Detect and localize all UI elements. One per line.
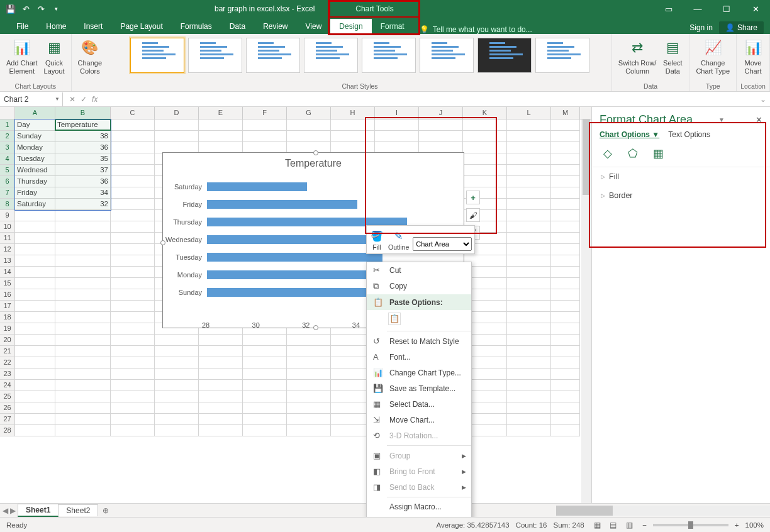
ribbon-display-icon[interactable]: ▭ (654, 0, 683, 18)
tab-home[interactable]: Home (37, 19, 75, 34)
cell-L23[interactable] (507, 369, 551, 380)
cell-A8[interactable]: Saturday (15, 199, 55, 210)
cell-A5[interactable]: Wednesd (15, 165, 55, 176)
cell-L6[interactable] (507, 176, 551, 187)
cell-K2[interactable] (463, 131, 507, 142)
cell-A14[interactable] (15, 267, 55, 278)
cell-M24[interactable] (551, 380, 580, 391)
cell-E20[interactable] (199, 335, 243, 346)
horizontal-scrollbar[interactable] (556, 506, 770, 516)
cell-C27[interactable] (111, 414, 155, 425)
chart-bar[interactable] (207, 200, 357, 209)
cell-M16[interactable] (551, 289, 580, 301)
column-header-K[interactable]: K (463, 107, 507, 119)
cell-A17[interactable] (15, 301, 55, 312)
row-header-3[interactable]: 3 (0, 142, 15, 153)
tab-insert[interactable]: Insert (75, 19, 111, 34)
cell-B3[interactable]: 36 (55, 142, 111, 153)
row-header-2[interactable]: 2 (0, 131, 15, 142)
cell-A4[interactable]: Tuesday (15, 153, 55, 165)
chart-style-7[interactable] (477, 38, 532, 73)
column-header-C[interactable]: C (111, 107, 155, 119)
fx-icon[interactable]: fx (92, 95, 98, 104)
row-header-8[interactable]: 8 (0, 199, 15, 210)
qat-customize-icon[interactable]: ▾ (50, 3, 62, 14)
cell-L14[interactable] (507, 267, 551, 278)
row-header-5[interactable]: 5 (0, 165, 15, 176)
cell-C13[interactable] (111, 255, 155, 267)
effects-category-icon[interactable]: ⬠ (626, 147, 640, 160)
sign-in-link[interactable]: Sign in (689, 23, 713, 32)
text-options-tab[interactable]: Text Options (668, 130, 710, 139)
sheet-tab-2[interactable]: Sheet2 (58, 504, 98, 516)
select-data-button[interactable]: ▤ Select Data (660, 36, 685, 76)
new-sheet-button[interactable]: ⊕ (98, 506, 114, 515)
column-header-G[interactable]: G (287, 107, 331, 119)
cell-I2[interactable] (375, 131, 419, 142)
column-header-B[interactable]: B (55, 107, 111, 119)
cell-M7[interactable] (551, 187, 580, 199)
cell-C12[interactable] (111, 244, 155, 255)
cell-M22[interactable] (551, 357, 580, 369)
cell-K6[interactable] (463, 176, 507, 187)
chart-category-label[interactable]: Saturday (159, 183, 207, 191)
vertical-scrollbar[interactable] (581, 119, 591, 517)
chart-bar[interactable] (207, 182, 307, 191)
cell-C7[interactable] (111, 187, 155, 199)
cell-F22[interactable] (243, 357, 287, 369)
cell-F25[interactable] (243, 391, 287, 402)
cell-G27[interactable] (287, 414, 331, 425)
cell-M28[interactable] (551, 425, 580, 436)
cell-B28[interactable] (55, 425, 111, 436)
menu-reset-style[interactable]: ↺Reset to Match Style (367, 333, 471, 349)
cell-E1[interactable] (199, 119, 243, 131)
menu-copy[interactable]: ⧉Copy (367, 278, 471, 294)
cell-M18[interactable] (551, 312, 580, 323)
cell-F21[interactable] (243, 346, 287, 357)
chart-style-4[interactable] (304, 38, 358, 73)
cell-A15[interactable] (15, 278, 55, 289)
cell-B27[interactable] (55, 414, 111, 425)
cell-L22[interactable] (507, 357, 551, 369)
tab-format[interactable]: Format (372, 19, 413, 34)
menu-assign-macro[interactable]: Assign Macro... (367, 499, 471, 514)
cell-A13[interactable] (15, 255, 55, 267)
cell-C8[interactable] (111, 199, 155, 210)
cell-M11[interactable] (551, 233, 580, 244)
row-header-15[interactable]: 15 (0, 278, 15, 289)
column-header-H[interactable]: H (331, 107, 375, 119)
chart-category-label[interactable]: Sunday (159, 289, 207, 296)
cell-F20[interactable] (243, 335, 287, 346)
cell-E28[interactable] (199, 425, 243, 436)
row-header-16[interactable]: 16 (0, 289, 15, 301)
cell-M23[interactable] (551, 369, 580, 380)
cell-B4[interactable]: 35 (55, 153, 111, 165)
cell-D22[interactable] (155, 357, 199, 369)
change-colors-button[interactable]: 🎨 Change Colors (75, 36, 105, 76)
fill-section[interactable]: ▷Fill (592, 167, 770, 186)
row-header-25[interactable]: 25 (0, 391, 15, 402)
cell-M3[interactable] (551, 142, 580, 153)
select-all-corner[interactable] (0, 107, 15, 119)
cell-L4[interactable] (507, 153, 551, 165)
row-header-6[interactable]: 6 (0, 176, 15, 187)
cell-D1[interactable] (155, 119, 199, 131)
cell-C25[interactable] (111, 391, 155, 402)
cell-B2[interactable]: 38 (55, 131, 111, 142)
cell-C28[interactable] (111, 425, 155, 436)
tab-file[interactable]: File (8, 19, 37, 34)
row-header-11[interactable]: 11 (0, 233, 15, 244)
column-header-E[interactable]: E (199, 107, 243, 119)
cell-A22[interactable] (15, 357, 55, 369)
cell-G24[interactable] (287, 380, 331, 391)
cell-A2[interactable]: Sunday (15, 131, 55, 142)
cell-A25[interactable] (15, 391, 55, 402)
cell-M25[interactable] (551, 391, 580, 402)
chart-style-2[interactable] (188, 38, 242, 73)
cell-D26[interactable] (155, 402, 199, 414)
zoom-in-icon[interactable]: + (735, 521, 739, 529)
tab-formulas[interactable]: Formulas (172, 19, 221, 34)
paste-option-icon[interactable]: 📋 (388, 313, 401, 325)
cell-C14[interactable] (111, 267, 155, 278)
cell-G23[interactable] (287, 369, 331, 380)
